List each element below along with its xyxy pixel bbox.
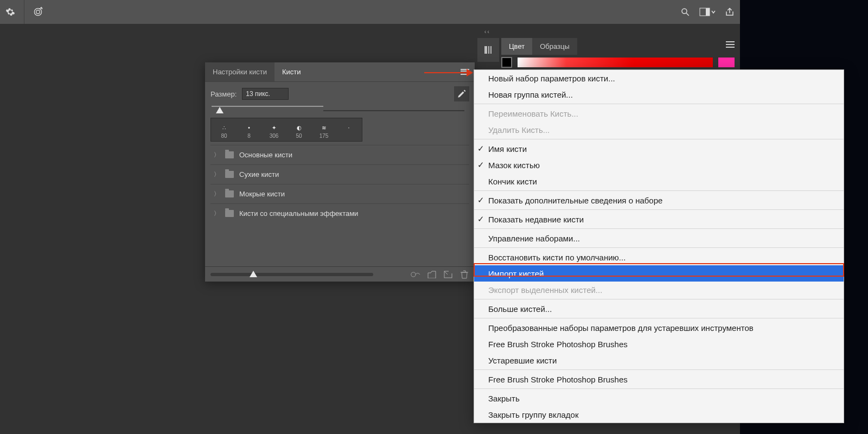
svg-point-0 (34, 8, 41, 15)
brushes-panel: Настройки кисти Кисти Размер: 13 пикс. ∴… (205, 62, 475, 282)
chevron-right-icon: 〉 (214, 209, 220, 218)
brushes-panel-flyout-menu: Новый набор параметров кисти...Новая гру… (474, 69, 844, 423)
menu-item: Экспорт выделенных кистей... (474, 282, 844, 298)
menu-item: Переименовать Кисть... (474, 105, 844, 122)
menu-item[interactable]: Новый набор параметров кисти... (474, 70, 844, 86)
menu-item-label: Устаревшие кисти (488, 356, 557, 365)
workspace-switcher-icon[interactable] (699, 6, 716, 18)
svg-rect-8 (490, 46, 492, 54)
menu-item-label: Имя кисти (488, 144, 527, 154)
foreground-color-swatch[interactable] (501, 57, 512, 68)
menu-item[interactable]: Управление наборами... (474, 230, 844, 246)
recent-brush-item[interactable]: · (337, 119, 361, 140)
menu-item-label: Импорт кистей... (488, 269, 551, 278)
dock-collapse-icon[interactable]: ‹‹ (484, 28, 490, 35)
tab-brushes[interactable]: Кисти (275, 62, 309, 81)
menu-item[interactable]: Восстановить кисти по умолчанию... (474, 249, 844, 265)
check-icon: ✓ (477, 214, 484, 224)
options-bar (0, 0, 740, 24)
folder-icon (225, 190, 234, 197)
folder-icon (225, 210, 234, 217)
menu-item[interactable]: Устаревшие кисти (474, 352, 844, 368)
brush-size-slider[interactable] (212, 106, 468, 113)
recent-brushes-strip: ∴80 •8 ✦306 ◐50 ≋175 · (210, 118, 362, 142)
svg-point-2 (682, 9, 687, 14)
brush-size-label: Размер: (210, 90, 237, 98)
svg-point-1 (36, 10, 40, 14)
chevron-right-icon: 〉 (214, 151, 220, 159)
tab-swatches[interactable]: Образцы (532, 38, 577, 55)
menu-item-label: Управление наборами... (488, 234, 580, 243)
dock-icon-column[interactable] (477, 38, 499, 62)
menu-item[interactable]: ✓Показать недавние кисти (474, 211, 844, 227)
recent-brush-item[interactable]: ✦306 (262, 119, 286, 140)
svg-rect-7 (488, 46, 489, 54)
tab-brush-settings[interactable]: Настройки кисти (205, 62, 275, 81)
menu-item[interactable]: Импорт кистей... (474, 265, 844, 282)
tab-color[interactable]: Цвет (501, 38, 532, 55)
trash-icon[interactable] (459, 270, 469, 279)
menu-item-label: Экспорт выделенных кистей... (488, 285, 602, 295)
menu-item-label: Кончик кисти (488, 177, 537, 186)
recent-brush-item[interactable]: ◐50 (287, 119, 311, 140)
live-tip-preview-icon[interactable] (411, 270, 420, 279)
folder-icon (225, 171, 234, 178)
recent-brush-item[interactable]: ∴80 (212, 119, 236, 140)
brush-size-input[interactable]: 13 пикс. (242, 88, 289, 100)
menu-item[interactable]: Преобразованные наборы параметров для ус… (474, 320, 844, 336)
menu-item-label: Free Brush Stroke Photoshop Brushes (488, 375, 628, 384)
menu-item-label: Показать дополнительные сведения о набор… (488, 196, 662, 205)
thumbnail-size-slider[interactable] (210, 273, 373, 276)
svg-rect-5 (706, 8, 710, 16)
menu-item[interactable]: Больше кистей... (474, 301, 844, 317)
color-panel-dock: ‹‹ Цвет Образцы (474, 29, 735, 73)
color-ramp[interactable] (518, 58, 713, 67)
brush-folder-item[interactable]: 〉Сухие кисти (210, 164, 469, 184)
recent-brush-item[interactable]: ≋175 (312, 119, 336, 140)
color-ramp-end[interactable] (718, 58, 735, 67)
separator (24, 0, 24, 24)
recent-brush-item[interactable]: •8 (237, 119, 261, 140)
menu-item[interactable]: Free Brush Stroke Photoshop Brushes (474, 336, 844, 352)
folder-icon (225, 151, 234, 158)
color-panel-menu-icon[interactable] (726, 41, 735, 48)
toggle-brush-preview-icon[interactable] (454, 86, 469, 101)
menu-item-label: Мазок кистью (488, 161, 540, 170)
brush-folder-item[interactable]: 〉Основные кисти (210, 145, 469, 164)
new-brush-icon[interactable] (443, 270, 453, 279)
check-icon: ✓ (477, 195, 484, 205)
svg-rect-6 (484, 46, 487, 54)
menu-item-label: Новый набор параметров кисти... (488, 74, 615, 83)
color-panel-body (501, 56, 735, 68)
menu-item-label: Закрыть группу вкладок (488, 410, 578, 419)
brush-folder-item[interactable]: 〉Кисти со специальными эффектами (210, 203, 469, 223)
svg-line-3 (686, 13, 689, 16)
brush-size-row: Размер: 13 пикс. (210, 86, 469, 101)
search-icon[interactable] (679, 6, 691, 18)
brush-folder-item[interactable]: 〉Мокрые кисти (210, 184, 469, 203)
menu-item-label: Больше кистей... (488, 304, 552, 314)
menu-item[interactable]: ✓Имя кисти (474, 141, 844, 157)
brushes-panel-footer (205, 266, 475, 282)
gear-icon[interactable] (4, 6, 16, 18)
annotation-arrow (424, 69, 473, 76)
menu-item[interactable]: Закрыть группу вкладок (474, 406, 844, 423)
chevron-right-icon: 〉 (214, 190, 220, 198)
menu-item-label: Удалить Кисть... (488, 125, 550, 135)
menu-item-label: Free Brush Stroke Photoshop Brushes (488, 340, 628, 349)
menu-item: Удалить Кисть... (474, 122, 844, 138)
menu-item-label: Показать недавние кисти (488, 215, 584, 224)
menu-item-label: Преобразованные наборы параметров для ус… (488, 323, 754, 333)
menu-item[interactable]: ✓Показать дополнительные сведения о набо… (474, 192, 844, 208)
menu-item[interactable]: Новая группа кистей... (474, 86, 844, 103)
share-icon[interactable] (724, 6, 736, 18)
save-to-library-icon[interactable] (427, 270, 437, 279)
brush-folders-list: 〉Основные кисти 〉Сухие кисти 〉Мокрые кис… (210, 145, 469, 223)
target-icon[interactable] (32, 6, 44, 18)
menu-item[interactable]: Кончик кисти (474, 173, 844, 189)
menu-item-label: Новая группа кистей... (488, 90, 573, 99)
menu-item-label: Закрыть (488, 394, 520, 403)
menu-item[interactable]: Free Brush Stroke Photoshop Brushes (474, 371, 844, 387)
menu-item[interactable]: ✓Мазок кистью (474, 157, 844, 173)
menu-item[interactable]: Закрыть (474, 390, 844, 406)
